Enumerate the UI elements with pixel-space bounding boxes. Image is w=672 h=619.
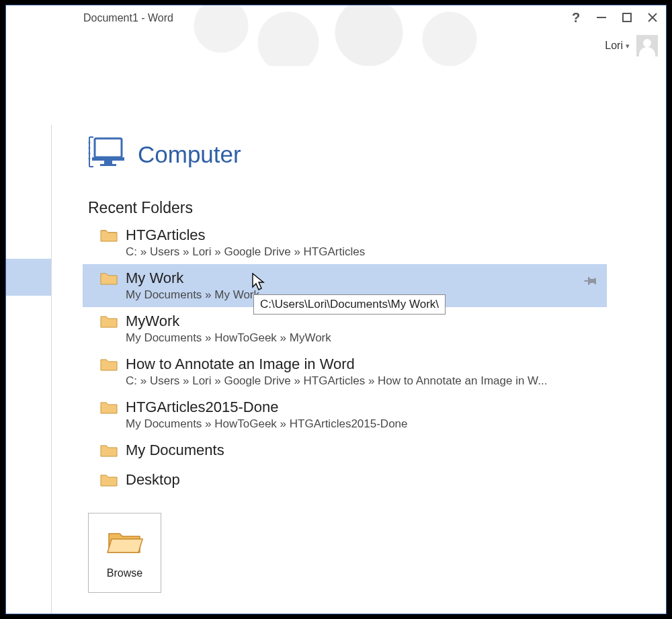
title-bar: Document1 - Word ? [6, 5, 666, 28]
folder-icon [100, 472, 118, 490]
folder-icon [100, 314, 118, 331]
recent-folders-label: Recent Folders [88, 199, 654, 217]
folder-name: HTGArticles2015-Done [126, 399, 607, 416]
folder-name: HTGArticles [126, 226, 607, 244]
folder-name: Desktop [126, 471, 607, 489]
folder-name: How to Annotate an Image in Word [126, 356, 607, 373]
folder-icon [100, 228, 118, 245]
svg-rect-1 [623, 13, 631, 22]
close-button[interactable] [644, 9, 661, 26]
folder-icon [100, 443, 118, 460]
backstage-nav-selected-indicator [6, 259, 51, 296]
recent-folders-list: HTGArticles C: » Users » Lori » Google D… [88, 221, 654, 495]
browse-label: Browse [107, 567, 142, 579]
folder-name: MyWork [126, 313, 607, 330]
svg-rect-6 [104, 161, 112, 164]
folder-icon [100, 271, 118, 288]
folder-icon [100, 400, 118, 417]
avatar [636, 35, 658, 56]
folder-name: My Work [126, 270, 584, 287]
location-heading: Computer [88, 134, 654, 175]
recent-folder-item[interactable]: How to Annotate an Image in Word C: » Us… [88, 350, 612, 393]
location-heading-text: Computer [138, 141, 241, 168]
folder-path: C: » Users » Lori » Google Drive » HTGAr… [126, 374, 607, 388]
chevron-down-icon: ▾ [626, 42, 630, 50]
help-button[interactable]: ? [568, 9, 584, 26]
folder-name: My Documents [126, 442, 607, 459]
recent-folder-item[interactable]: HTGArticles2015-Done My Documents » HowT… [88, 393, 612, 436]
folder-path: My Documents » HowToGeek » HTGArticles20… [126, 417, 607, 431]
recent-folder-item[interactable]: My Documents [88, 436, 612, 466]
minimize-button[interactable] [593, 9, 610, 26]
svg-point-11 [89, 142, 91, 144]
folder-path: C: » Users » Lori » Google Drive » HTGAr… [126, 245, 607, 259]
path-tooltip: C:\Users\Lori\Documents\My Work\ [253, 294, 446, 315]
svg-point-12 [89, 147, 91, 149]
browse-button[interactable]: Browse [88, 513, 161, 593]
svg-rect-5 [92, 157, 124, 161]
recent-folder-item[interactable]: HTGArticles C: » Users » Lori » Google D… [88, 221, 612, 264]
user-menu[interactable]: Lori ▾ [605, 35, 658, 56]
recent-folder-item[interactable]: Desktop [88, 466, 612, 495]
svg-point-13 [89, 153, 91, 155]
pin-icon[interactable] [584, 275, 597, 291]
window-title: Document1 - Word [83, 12, 173, 24]
save-panel: Computer Recent Folders HTGArticles C: »… [51, 125, 654, 614]
folder-icon [100, 357, 118, 374]
maximize-button[interactable] [619, 9, 635, 26]
computer-icon [88, 134, 126, 175]
svg-rect-4 [95, 138, 122, 157]
svg-point-14 [89, 158, 91, 160]
user-name: Lori [605, 40, 623, 52]
svg-rect-7 [100, 164, 116, 166]
folder-open-icon [106, 527, 144, 559]
folder-path: My Documents » HowToGeek » MyWork [126, 331, 607, 345]
